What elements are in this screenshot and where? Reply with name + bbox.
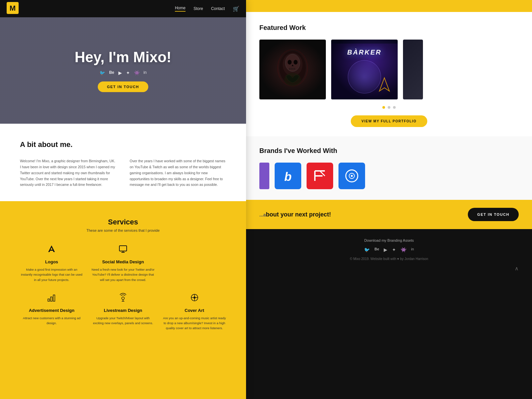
cta-main-text: bout your next project! [266, 211, 331, 218]
logo[interactable]: M [7, 2, 19, 15]
hero-section: Hey, I'm Mixo! 🐦 Be ▶ ✦ 👾 in GET IN TOUC… [0, 17, 246, 124]
skull-artwork [259, 40, 326, 99]
hero-title: Hey, I'm Mixo! [75, 49, 172, 66]
footer-behance-icon[interactable]: Be [374, 247, 379, 252]
logos-icon [20, 244, 83, 256]
advertisement-icon [20, 293, 83, 305]
svg-rect-2 [119, 246, 127, 251]
footer-twitter-icon[interactable]: 🐦 [364, 247, 370, 252]
featured-title: Featured Work [259, 24, 519, 32]
dot-1[interactable] [382, 106, 385, 109]
youtube-icon[interactable]: ▶ [118, 70, 122, 75]
cta-section: ...about your next project! GET IN TOUCH [246, 200, 532, 229]
svg-text:b: b [284, 170, 292, 184]
footer-copyright: © Mixo 2019. Website built with ♥ by Jor… [350, 257, 428, 261]
svg-point-8 [122, 297, 124, 300]
services-grid: Logos Make a good first impression with … [20, 244, 226, 331]
service-ad-name: Advertisement Design [20, 308, 83, 313]
left-panel: M Home Store Contact 🛒 Hey, I'm Mixo! 🐦 … [0, 0, 246, 399]
portfolio-grid: BÀRKER [259, 40, 519, 99]
nav-store[interactable]: Store [194, 6, 203, 11]
service-advertisement: Advertisement Design Attract new custome… [20, 293, 83, 331]
footer-download-text: Download my Branding Assets [364, 238, 414, 242]
right-panel: Featured Work [246, 0, 532, 399]
social-media-icon [91, 244, 155, 256]
page-wrapper: M Home Store Contact 🛒 Hey, I'm Mixo! 🐦 … [0, 0, 532, 399]
dot-2[interactable] [388, 106, 390, 109]
services-subtitle: These are some of the services that I pr… [20, 228, 226, 232]
navbar: M Home Store Contact 🛒 [0, 0, 246, 17]
svg-rect-23 [294, 68, 295, 70]
cart-icon[interactable]: 🛒 [233, 6, 239, 12]
portfolio-item-barker[interactable]: BÀRKER [331, 40, 398, 99]
portfolio-button[interactable]: VIEW MY FULL PORTFOLIO [351, 115, 427, 127]
services-title: Services [20, 218, 226, 226]
linkedin-icon[interactable]: in [144, 70, 147, 75]
svg-rect-20 [289, 68, 290, 70]
service-social-media: Social Media Design Need a fresh new loo… [91, 244, 155, 282]
portfolio-item-partial [403, 40, 423, 99]
brands-grid: b [259, 163, 519, 189]
svg-text:M: M [10, 4, 16, 12]
svg-rect-21 [291, 68, 292, 70]
coverart-icon [163, 293, 226, 305]
service-empty [163, 244, 226, 282]
twitter-icon[interactable]: 🐦 [99, 70, 105, 75]
star-icon[interactable]: ✦ [126, 70, 130, 75]
service-logos-name: Logos [20, 259, 83, 264]
twitch-icon[interactable]: 👾 [134, 70, 140, 75]
service-ad-desc: Attract new customers with a stunning ad… [20, 316, 83, 326]
hero-socials: 🐦 Be ▶ ✦ 👾 in [75, 70, 172, 75]
footer-youtube-icon[interactable]: ▶ [384, 247, 387, 252]
service-logos-desc: Make a good first impression with an ins… [20, 267, 83, 282]
footer-linkedin-icon[interactable]: in [411, 247, 414, 252]
portfolio-item-skull[interactable] [259, 40, 326, 99]
navbar-links: Home Store Contact 🛒 [175, 6, 239, 12]
about-col-1: Welcome! I'm Mixo, a graphic designer fr… [20, 158, 116, 188]
service-coverart-name: Cover Art [163, 308, 226, 313]
svg-rect-22 [292, 68, 294, 70]
about-columns: Welcome! I'm Mixo, a graphic designer fr… [20, 158, 226, 188]
about-col-2: Over the years I have worked with some o… [130, 158, 226, 188]
footer-star-icon[interactable]: ✦ [392, 247, 396, 252]
about-text-1: Welcome! I'm Mixo, a graphic designer fr… [20, 158, 116, 188]
hero-content: Hey, I'm Mixo! 🐦 Be ▶ ✦ 👾 in GET IN TOUC… [75, 49, 172, 92]
nav-home[interactable]: Home [175, 6, 186, 12]
footer: Download my Branding Assets 🐦 Be ▶ ✦ 👾 i… [246, 229, 532, 399]
svg-rect-7 [53, 295, 55, 301]
scroll-top-button[interactable]: ∧ [515, 265, 519, 272]
svg-rect-6 [51, 297, 52, 301]
livestream-icon [91, 293, 155, 305]
service-coverart: Cover Art Are you an up-and-coming music… [163, 293, 226, 331]
service-social-name: Social Media Design [91, 259, 155, 264]
featured-section: Featured Work [246, 12, 532, 136]
service-livestream: Livestream Design Upgrade your Twitch/Mi… [91, 293, 155, 331]
brand-d-logo [338, 163, 365, 189]
about-text-2: Over the years I have worked with some o… [130, 158, 226, 188]
about-title: A bit about me. [20, 140, 226, 149]
service-livestream-name: Livestream Design [91, 308, 155, 313]
service-logos: Logos Make a good first impression with … [20, 244, 83, 282]
brands-section: Brands I've Worked With b [246, 136, 532, 200]
services-section: Services These are some of the services … [0, 201, 246, 399]
svg-rect-5 [48, 299, 50, 301]
service-livestream-desc: Upgrade your Twitch/Mixer layout with ex… [91, 316, 155, 326]
about-section: A bit about me. Welcome! I'm Mixo, a gra… [0, 124, 246, 201]
svg-line-30 [320, 171, 325, 176]
service-social-desc: Need a fresh new look for your Twitter a… [91, 267, 155, 282]
footer-socials: 🐦 Be ▶ ✦ 👾 in [364, 247, 414, 252]
footer-twitch-icon[interactable]: 👾 [401, 247, 406, 252]
dot-3[interactable] [393, 106, 396, 109]
cta-text: ...about your next project! [259, 211, 331, 218]
cta-button[interactable]: GET IN TOUCH [468, 208, 519, 221]
brand-b-logo: b [275, 163, 301, 189]
brand-partial-left [259, 163, 269, 189]
service-coverart-desc: Are you an up-and-coming music artist re… [163, 316, 226, 331]
brands-title: Brands I've Worked With [259, 147, 519, 155]
behance-icon[interactable]: Be [109, 70, 114, 75]
hero-cta-button[interactable]: GET IN TOUCH [98, 81, 149, 92]
nav-contact[interactable]: Contact [211, 6, 225, 11]
brand-faze-logo [307, 163, 333, 189]
svg-point-18 [288, 60, 292, 65]
carousel-dots [259, 106, 519, 109]
